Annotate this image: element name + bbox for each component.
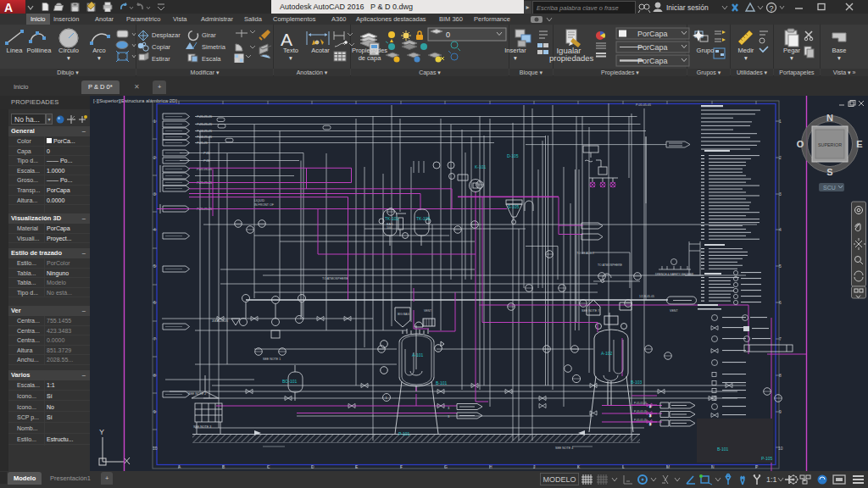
svg-text:2: 2 <box>153 155 156 160</box>
svg-text:N: N <box>711 464 715 469</box>
svg-text:O: O <box>797 139 804 149</box>
svg-text:SUPERIOR: SUPERIOR <box>818 142 842 147</box>
svg-text:L: L <box>622 464 625 469</box>
svg-text:S-105: S-105 <box>508 204 520 209</box>
svg-text:H: H <box>489 464 492 469</box>
svg-text:1: 1 <box>386 396 388 400</box>
svg-text:3: 3 <box>448 414 450 419</box>
svg-text:TO ATMOSPHERE: TO ATMOSPHERE <box>322 277 348 280</box>
svg-text:1: 1 <box>779 119 782 124</box>
svg-text:P-05-05-05: P-05-05-05 <box>197 115 212 119</box>
svg-text:3: 3 <box>153 191 156 197</box>
svg-text:0: 0 <box>446 30 450 39</box>
svg-text:100: 100 <box>387 226 392 230</box>
svg-text:G: G <box>444 464 448 469</box>
svg-text:10: 10 <box>153 446 158 451</box>
svg-text:BIG BAG: BIG BAG <box>398 313 409 316</box>
svg-text:P-105: P-105 <box>761 456 773 461</box>
svg-text:K-101: K-101 <box>475 164 487 169</box>
svg-text:2: 2 <box>779 155 782 160</box>
svg-text:1:1: 1:1 <box>766 475 777 484</box>
svg-text:1/2-B-05-05: 1/2-B-05-05 <box>639 295 654 298</box>
svg-text:?: ? <box>770 4 774 13</box>
svg-text:P 05: P 05 <box>203 152 209 155</box>
svg-text:LIQUID: LIQUID <box>254 199 264 202</box>
svg-text:5: 5 <box>153 263 156 269</box>
svg-text:B-101: B-101 <box>717 446 729 452</box>
svg-text:SEE NOTE 1: SEE NOTE 1 <box>263 358 281 361</box>
svg-text:C: C <box>267 464 270 469</box>
svg-text:SEE NOTE 4: SEE NOTE 4 <box>555 446 573 450</box>
svg-text:Y: Y <box>99 428 104 436</box>
svg-text:F: F <box>400 464 403 469</box>
svg-text:TO ATMOSPHERE: TO ATMOSPHERE <box>598 263 623 267</box>
svg-text:6: 6 <box>153 300 156 305</box>
svg-text:1: 1 <box>153 119 156 124</box>
svg-text:N: N <box>826 113 833 123</box>
svg-text:7: 7 <box>153 336 156 341</box>
svg-text:S: S <box>826 167 832 177</box>
svg-text:BO-101: BO-101 <box>282 379 297 384</box>
svg-text:D-105: D-105 <box>507 153 519 158</box>
svg-text:PorCapa: PorCapa <box>637 43 668 52</box>
svg-text:PorCapa: PorCapa <box>637 30 668 38</box>
svg-text:M: M <box>666 464 670 469</box>
svg-text:SEE NOTE 7: SEE NOTE 7 <box>581 309 599 313</box>
svg-text:P-05-05-05: P-05-05-05 <box>634 419 647 422</box>
svg-text:P-05-05-05: P-05-05-05 <box>636 103 651 107</box>
svg-text:P-05-05-05: P-05-05-05 <box>197 123 212 126</box>
svg-text:A-101: A-101 <box>412 352 424 358</box>
svg-text:B-103: B-103 <box>631 380 643 385</box>
svg-text:3/4-A-05-05: 3/4-A-05-05 <box>212 319 228 323</box>
svg-text:P-05-05-05: P-05-05-05 <box>634 402 647 405</box>
svg-text:PorCapa: PorCapa <box>637 57 668 65</box>
svg-text:3: 3 <box>779 191 782 197</box>
svg-text:E: E <box>856 139 862 149</box>
svg-text:9: 9 <box>779 409 782 414</box>
svg-text:SEE NOTE 3: SEE NOTE 3 <box>193 425 211 429</box>
svg-text:D: D <box>311 464 314 469</box>
svg-text:8: 8 <box>153 373 156 378</box>
svg-text:P-101: P-101 <box>398 431 410 436</box>
svg-text:7: 7 <box>779 336 782 341</box>
svg-text:P-05-05-05: P-05-05-05 <box>634 410 647 413</box>
svg-text:IN FRONT OF: IN FRONT OF <box>254 203 275 207</box>
svg-text:TO HEADER: TO HEADER <box>576 252 594 255</box>
svg-text:3: 3 <box>448 406 450 410</box>
svg-text:B-101: B-101 <box>436 380 448 385</box>
svg-text:8: 8 <box>779 373 782 378</box>
svg-text:SCU: SCU <box>823 185 836 191</box>
svg-text:DRENCH & SAFETY SHOWER: DRENCH & SAFETY SHOWER <box>655 273 694 276</box>
svg-text:TK-105: TK-105 <box>416 216 431 221</box>
svg-text:10: 10 <box>778 446 783 451</box>
svg-text:4: 4 <box>153 227 156 232</box>
svg-text:6: 6 <box>779 300 782 305</box>
svg-text:A-102: A-102 <box>601 351 613 356</box>
svg-text:VENT: VENT <box>424 309 431 313</box>
svg-text:P-04-05-05: P-04-05-05 <box>197 130 212 133</box>
svg-text:9: 9 <box>153 409 156 414</box>
svg-text:4: 4 <box>779 227 782 232</box>
svg-text:VENT: VENT <box>670 309 678 313</box>
svg-text:TK-101: TK-101 <box>385 216 399 221</box>
svg-text:5: 5 <box>779 263 782 269</box>
svg-text:P 05: P 05 <box>203 159 209 163</box>
svg-text:Iniciar sesión: Iniciar sesión <box>666 3 709 12</box>
svg-text:P-05-05: P-05-05 <box>197 141 208 145</box>
